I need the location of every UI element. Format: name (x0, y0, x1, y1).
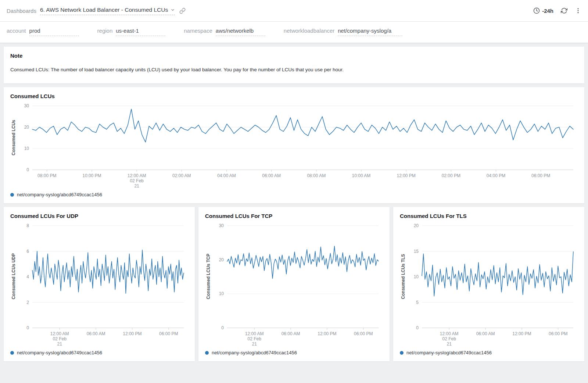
consumed-lcus-tls-chart[interactable]: 0510152012:00 AM02 Feb2106:00 AM12:00 PM… (406, 222, 578, 347)
filter-label: networkloadbalancer (284, 28, 334, 34)
legend-item[interactable]: net/company-syslog/abcd6749ccac1456 (10, 192, 578, 197)
filter-value-networkloadbalancer[interactable]: net/company-syslog/a (338, 28, 402, 36)
legend-item[interactable]: net/company-syslog/abcd6749ccac1456 (10, 350, 188, 355)
filter-value-region[interactable]: us-east-1 (116, 28, 165, 36)
legend-dot (205, 351, 209, 355)
chevron-down-icon (171, 8, 175, 12)
svg-text:06:00 PM: 06:00 PM (354, 331, 373, 336)
svg-text:12:00 PM: 12:00 PM (318, 331, 336, 336)
svg-text:10:00 PM: 10:00 PM (82, 173, 101, 178)
filter-networkloadbalancer: networkloadbalancer net/company-syslog/a (284, 28, 402, 36)
svg-text:15: 15 (414, 249, 419, 254)
svg-text:12:00 AM: 12:00 AM (128, 173, 146, 178)
consumed-lcus-chart[interactable]: 010203008:00 PM10:00 PM12:00 AM02 Feb210… (17, 102, 578, 189)
legend-dot (10, 193, 14, 197)
svg-text:06:00 AM: 06:00 AM (282, 331, 300, 336)
legend-item[interactable]: net/company-syslog/abcd6749ccac1456 (205, 350, 383, 355)
svg-text:04:00 PM: 04:00 PM (487, 173, 505, 178)
svg-text:21: 21 (57, 341, 62, 347)
y-axis-label: Consumed LCUs TCP (206, 254, 211, 299)
svg-text:08:00 PM: 08:00 PM (37, 173, 56, 178)
svg-text:04:00 AM: 04:00 AM (217, 173, 236, 178)
page-title: 6. AWS Network Load Balancer - Consumed … (40, 7, 168, 13)
svg-text:10: 10 (24, 146, 29, 151)
legend-label: net/company-syslog/abcd6749ccac1456 (17, 350, 102, 355)
svg-text:06:00 PM: 06:00 PM (531, 173, 550, 178)
svg-text:12:00 AM: 12:00 AM (50, 331, 69, 336)
chart-title: Consumed LCUs (10, 93, 578, 99)
filter-value-namespace[interactable]: aws/networkelb (216, 28, 265, 36)
svg-text:4: 4 (26, 274, 29, 279)
svg-text:08:00 AM: 08:00 AM (307, 173, 326, 178)
y-axis-label: Consumed LCUs (11, 120, 16, 155)
y-axis-label: Consumed LCUs UDP (11, 253, 16, 299)
share-link-icon[interactable] (179, 8, 186, 14)
svg-text:21: 21 (252, 341, 257, 347)
dashboard-content: Note Consumed LCUs: The number of load b… (0, 43, 588, 365)
svg-text:10:00 AM: 10:00 AM (352, 173, 371, 178)
svg-text:20: 20 (219, 257, 224, 262)
svg-text:10: 10 (219, 291, 224, 296)
svg-text:12:00 PM: 12:00 PM (123, 331, 141, 336)
svg-text:20: 20 (24, 125, 29, 130)
svg-text:21: 21 (134, 183, 139, 189)
svg-text:06:00 AM: 06:00 AM (87, 331, 105, 336)
svg-text:21: 21 (447, 341, 452, 347)
filter-label: namespace (184, 28, 212, 34)
chart-title: Consumed LCUs For TCP (205, 213, 383, 219)
svg-text:30: 30 (24, 103, 29, 108)
kebab-menu-icon[interactable] (575, 7, 581, 14)
filter-label: region (97, 28, 113, 34)
svg-text:02 Feb: 02 Feb (53, 336, 67, 341)
refresh-icon[interactable] (561, 7, 567, 14)
consumed-lcus-tcp-chart[interactable]: 010203012:00 AM02 Feb2106:00 AM12:00 PM0… (212, 222, 383, 347)
legend-label: net/company-syslog/abcd6749ccac1456 (17, 192, 102, 197)
dashboard-title-dropdown[interactable]: 6. AWS Network Load Balancer - Consumed … (40, 7, 175, 15)
panel-consumed-lcus-tcp: Consumed LCUs For TCP Consumed LCUs TCP … (198, 207, 390, 361)
filter-namespace: namespace aws/networkelb (184, 28, 265, 36)
y-axis-label: Consumed LCUs TLS (401, 254, 406, 299)
svg-text:02:00 AM: 02:00 AM (172, 173, 191, 178)
svg-text:0: 0 (26, 167, 29, 172)
svg-text:12:00 PM: 12:00 PM (397, 173, 415, 178)
svg-text:2: 2 (26, 300, 29, 305)
svg-text:06:00 AM: 06:00 AM (262, 173, 281, 178)
panel-consumed-lcus-udp: Consumed LCUs For UDP Consumed LCUs UDP … (4, 207, 195, 361)
consumed-lcus-udp-chart[interactable]: 0246812:00 AM02 Feb2106:00 AM12:00 PM06:… (17, 222, 188, 347)
svg-text:12:00 AM: 12:00 AM (440, 331, 459, 336)
time-range-label: -24h (542, 8, 553, 14)
note-panel: Note Consumed LCUs: The number of load b… (4, 47, 584, 83)
svg-text:02 Feb: 02 Feb (442, 336, 456, 341)
panel-consumed-lcus: Consumed LCUs Consumed LCUs 010203008:00… (4, 87, 584, 203)
legend-label: net/company-syslog/abcd6749ccac1456 (406, 350, 492, 355)
svg-text:0: 0 (26, 325, 29, 330)
svg-text:8: 8 (26, 223, 29, 228)
note-title: Note (10, 53, 578, 59)
svg-text:10: 10 (414, 274, 419, 279)
legend-dot (10, 351, 14, 355)
svg-text:12:00 PM: 12:00 PM (512, 331, 531, 336)
svg-text:20: 20 (414, 223, 419, 228)
chart-title: Consumed LCUs For TLS (400, 213, 578, 219)
svg-text:02 Feb: 02 Feb (247, 336, 261, 341)
filter-value-account[interactable]: prod (29, 28, 79, 36)
filter-account: account prod (7, 28, 79, 36)
top-bar: Dashboards 6. AWS Network Load Balancer … (0, 0, 588, 22)
legend-dot (400, 351, 404, 355)
time-range-selector[interactable]: -24h (533, 7, 553, 14)
svg-text:06:00 PM: 06:00 PM (549, 331, 567, 336)
svg-text:0: 0 (221, 325, 224, 330)
svg-text:5: 5 (416, 300, 419, 305)
svg-text:30: 30 (219, 223, 224, 228)
filter-region: region us-east-1 (97, 28, 166, 36)
svg-text:06:00 AM: 06:00 AM (476, 331, 495, 336)
svg-text:02:00 PM: 02:00 PM (442, 173, 460, 178)
legend-label: net/company-syslog/abcd6749ccac1456 (212, 350, 297, 355)
svg-text:6: 6 (26, 249, 29, 254)
svg-text:0: 0 (416, 325, 419, 330)
svg-text:12:00 AM: 12:00 AM (245, 331, 264, 336)
filter-label: account (7, 28, 26, 34)
legend-item[interactable]: net/company-syslog/abcd6749ccac1456 (400, 350, 578, 355)
clock-icon (533, 7, 540, 14)
chart-title: Consumed LCUs For UDP (10, 213, 188, 219)
